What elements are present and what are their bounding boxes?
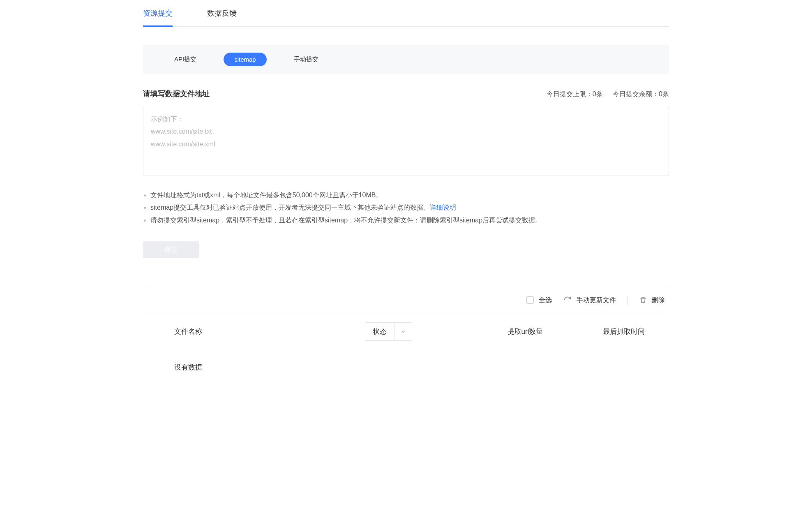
- hint-item: sitemap提交工具仅对已验证站点开放使用，开发者无法提交同一主域下其他未验证…: [150, 201, 669, 214]
- hint-item: 文件地址格式为txt或xml，每个地址文件最多包含50,000个网址且需小于10…: [150, 189, 669, 201]
- table-head: 文件名称 状态 提取url数量 最后抓取时间: [143, 313, 669, 350]
- col-header-name: 文件名称: [143, 327, 365, 336]
- top-tab-resource-submit[interactable]: 资源提交: [143, 2, 173, 26]
- hint-detail-link[interactable]: 详细说明: [430, 204, 456, 211]
- sitemap-table: 全选 手动更新文件 删除 文件名称 状态: [143, 287, 669, 397]
- status-filter-label: 状态: [365, 323, 394, 340]
- status-filter: 状态: [365, 322, 412, 341]
- chevron-down-icon: [400, 329, 406, 335]
- col-header-count: 提取url数量: [472, 327, 579, 336]
- table-empty: 没有数据: [143, 350, 669, 397]
- select-all-label: 全选: [539, 296, 552, 305]
- sitemap-textarea-wrap[interactable]: 示例如下： www.site.com/site.txt www.site.com…: [143, 107, 669, 176]
- status-filter-dropdown[interactable]: [394, 323, 412, 340]
- sitemap-textarea-placeholder: 示例如下： www.site.com/site.txt www.site.com…: [151, 113, 661, 150]
- section-title: 请填写数据文件地址: [143, 89, 210, 99]
- delete-label: 删除: [652, 296, 665, 305]
- quota-limit: 今日提交上限：0条: [547, 90, 603, 97]
- quota-info: 今日提交上限：0条 今日提交余额：0条: [538, 90, 669, 99]
- sub-tab-api[interactable]: API提交: [164, 52, 207, 67]
- hint-item-text: sitemap提交工具仅对已验证站点开放使用，开发者无法提交同一主域下其他未验证…: [150, 204, 430, 211]
- section-header: 请填写数据文件地址 今日提交上限：0条 今日提交余额：0条: [143, 89, 669, 99]
- select-all-group[interactable]: 全选: [526, 296, 552, 305]
- refresh-label: 手动更新文件: [577, 296, 616, 305]
- refresh-icon: [563, 296, 572, 304]
- action-divider: [627, 296, 628, 305]
- hint-item: 请勿提交索引型sitemap，索引型不予处理，且若存在索引型sitemap，将不…: [150, 214, 669, 227]
- top-tab-data-feedback[interactable]: 数据反馈: [207, 2, 237, 26]
- quota-remaining: 今日提交余额：0条: [613, 90, 669, 97]
- col-header-time: 最后抓取时间: [579, 327, 669, 336]
- col-header-status: 状态: [365, 322, 472, 341]
- sub-tabs: API提交 sitemap 手动提交: [143, 45, 669, 74]
- submit-button[interactable]: 提交: [143, 241, 199, 258]
- delete-group[interactable]: 删除: [639, 296, 665, 305]
- top-tabs: 资源提交 数据反馈: [143, 0, 669, 27]
- table-actions: 全选 手动更新文件 删除: [143, 287, 669, 313]
- sub-tab-manual[interactable]: 手动提交: [283, 52, 329, 67]
- select-all-checkbox[interactable]: [526, 296, 534, 304]
- trash-icon: [639, 296, 647, 304]
- sub-tab-sitemap[interactable]: sitemap: [224, 53, 267, 66]
- hint-list: 文件地址格式为txt或xml，每个地址文件最多包含50,000个网址且需小于10…: [143, 189, 669, 227]
- refresh-group[interactable]: 手动更新文件: [563, 296, 616, 305]
